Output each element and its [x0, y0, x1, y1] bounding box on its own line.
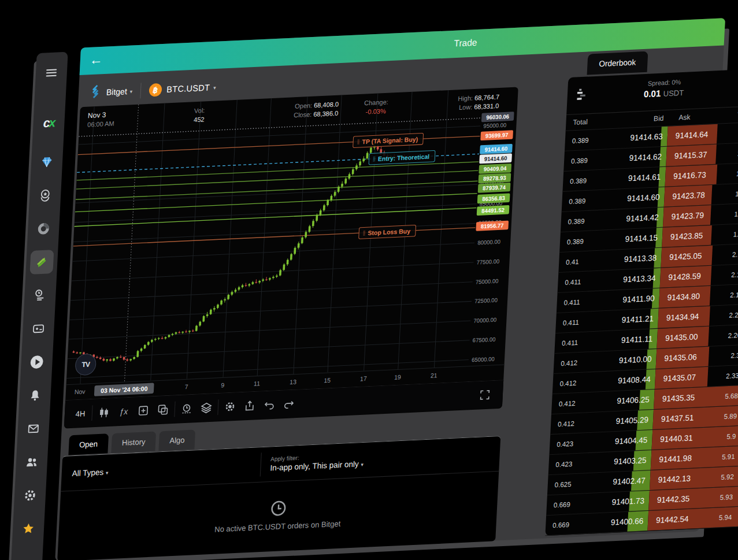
orderbook-rows: 0.38991414.6391414.641.740.38991414.6291… — [545, 122, 738, 536]
hover-time: 06:00 AM — [87, 119, 114, 129]
time-tick: 9 — [221, 381, 224, 389]
bar-replay-icon[interactable] — [176, 399, 197, 418]
change-value: -0.03% — [355, 106, 396, 117]
price-tick: 75000.00 — [476, 277, 499, 285]
price-tick: 67500.00 — [473, 336, 496, 343]
time-tick: 11 — [254, 380, 261, 387]
low-label: Low: — [459, 103, 473, 111]
main-window: ← Trade Bitget ▾ ฿ BTC.USDT ▾ — [55, 18, 725, 560]
interval-button[interactable]: 4H — [70, 404, 91, 422]
price-tick: 77500.00 — [476, 258, 499, 265]
chevron-down-icon: ▾ — [361, 462, 364, 468]
undo-icon[interactable] — [259, 395, 280, 414]
settings-gear-icon[interactable] — [220, 397, 240, 416]
price-level-label: 86356.83 — [477, 193, 510, 203]
orders-panel: All Types ▾ Apply filter: In-app only, T… — [57, 436, 500, 560]
time-tick: 13 — [290, 378, 296, 385]
orderbook-tab[interactable]: Orderbook — [587, 51, 648, 75]
btc-icon: ฿ — [148, 83, 164, 98]
price-level-label: 96030.06 — [481, 112, 514, 122]
page-title: Trade — [454, 37, 477, 49]
diamond-icon[interactable] — [35, 150, 59, 175]
chart-card: Nov 3 06:00 AM Vol: 452 Open: 68,408.0 C… — [64, 87, 518, 428]
gear-icon[interactable] — [18, 483, 42, 508]
back-arrow-icon[interactable]: ← — [89, 51, 103, 68]
menu-icon[interactable] — [39, 60, 64, 85]
low-value: 68,331.0 — [474, 102, 499, 110]
donut-chart-icon[interactable] — [31, 216, 55, 241]
redo-icon[interactable] — [279, 395, 299, 413]
col-ask: Ask — [663, 111, 733, 123]
price-level-label: 91414.60 — [479, 153, 512, 164]
fullscreen-icon[interactable] — [474, 385, 495, 404]
price-tick: 72500.00 — [474, 297, 498, 305]
col-total-ask: Total — [733, 110, 738, 120]
share-icon[interactable] — [239, 396, 260, 415]
spread-value: 0.01 — [644, 88, 661, 99]
star-icon[interactable] — [16, 516, 40, 541]
price-tick: 65000.00 — [472, 355, 495, 363]
rewards-coin-icon[interactable] — [33, 183, 57, 208]
spread-unit: USDT — [663, 88, 684, 98]
vol-label: Vol: — [194, 106, 205, 116]
apply-filter-dropdown[interactable]: Apply filter: In-app only, This pair onl… — [261, 451, 364, 473]
order-history-icon[interactable] — [28, 283, 52, 308]
time-tick: 17 — [360, 375, 367, 383]
price-level-label: 89278.93 — [478, 173, 511, 183]
col-total-bid: Total — [566, 117, 606, 127]
price-level-label: 84491.52 — [477, 205, 510, 216]
time-tick: 15 — [324, 376, 331, 384]
price-tick: 80000.00 — [477, 239, 500, 246]
trade-arrows-icon[interactable] — [29, 250, 54, 275]
app-window: cx — [11, 18, 731, 560]
chevron-down-icon: ▾ — [213, 85, 216, 91]
empty-state-text: No active BTC.USDT orders on Bitget — [214, 519, 341, 533]
time-tick: Nov — [75, 388, 86, 395]
price-tick: 70000.00 — [473, 316, 496, 324]
bitget-logo-icon — [88, 84, 102, 102]
open-value: 68,408.0 — [314, 101, 339, 109]
play-icon[interactable] — [25, 350, 49, 374]
price-tick: 95000.00 — [483, 121, 506, 129]
orders-tab-open[interactable]: Open — [68, 433, 109, 455]
pair-name: BTC.USDT — [166, 83, 210, 94]
expand-chart-icon[interactable] — [133, 401, 154, 420]
compare-icon[interactable] — [153, 400, 173, 419]
col-bid: Bid — [606, 114, 664, 125]
app-logo[interactable]: cx — [37, 110, 61, 135]
chevron-down-icon: ▾ — [106, 469, 109, 476]
price-chart[interactable]: Nov 3 06:00 AM Vol: 452 Open: 68,408.0 C… — [66, 88, 483, 384]
chevron-down-icon: ▾ — [129, 88, 132, 95]
high-value: 68,764.7 — [474, 93, 499, 101]
time-tick: 19 — [394, 373, 401, 381]
mail-icon[interactable] — [21, 416, 46, 441]
bell-icon[interactable] — [23, 383, 47, 408]
type-filter-dropdown[interactable]: All Types ▾ — [61, 460, 261, 478]
crosshair-time-tooltip: 03 Nov '24 06:00 — [94, 383, 154, 396]
clock-icon — [269, 499, 288, 517]
time-tick: 21 — [431, 372, 437, 379]
open-label: Open: — [295, 102, 313, 110]
indicators-fx-icon[interactable]: ƒx — [113, 402, 134, 421]
vol-value: 452 — [194, 115, 205, 124]
exchange-name: Bitget — [106, 87, 128, 97]
orderbook-header: Spread: 0% 0.01 USDT — [566, 69, 738, 115]
orders-tab-history[interactable]: History — [111, 432, 156, 454]
price-level-label: 93699.97 — [480, 130, 513, 140]
pair-selector[interactable]: ฿ BTC.USDT ▾ — [140, 75, 225, 103]
users-icon[interactable] — [20, 450, 44, 474]
orderbook-panel: Spread: 0% 0.01 USDT Total Bid Ask Total… — [545, 69, 738, 536]
orders-tab-algo[interactable]: Algo — [159, 429, 196, 451]
candle-style-icon[interactable] — [94, 403, 114, 421]
price-level-label: 81956.77 — [476, 221, 509, 231]
price-level-label: 90409.04 — [479, 164, 511, 174]
close-value: 68,386.0 — [313, 109, 338, 117]
exchange-selector[interactable]: Bitget ▾ — [80, 78, 142, 106]
adjust-card-icon[interactable] — [27, 316, 51, 341]
time-tick: 7 — [184, 383, 188, 391]
price-level-label: 87939.74 — [478, 183, 511, 193]
spread-info: Spread: 0% 0.01 USDT — [567, 75, 738, 103]
layers-icon[interactable] — [196, 398, 217, 417]
high-label: High: — [458, 94, 473, 102]
close-label: Close: — [294, 111, 312, 119]
